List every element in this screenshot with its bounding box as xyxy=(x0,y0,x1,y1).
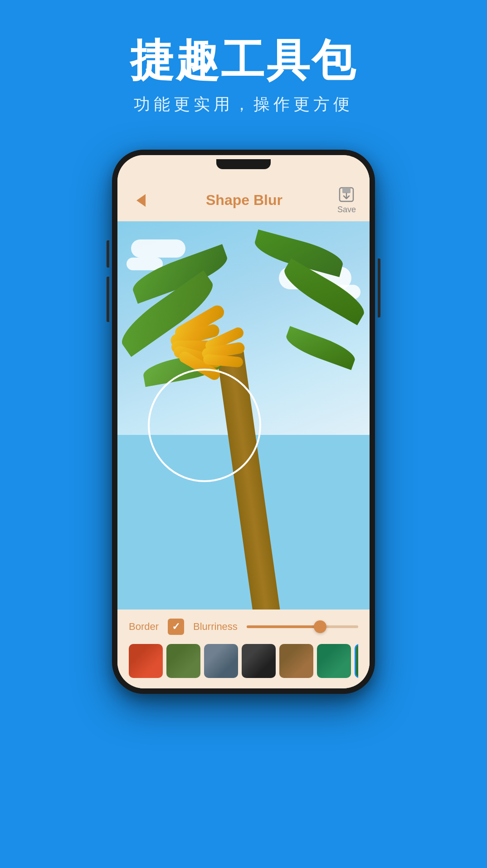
checkbox-check-icon: ✓ xyxy=(172,621,180,633)
phone-button-vol-up xyxy=(107,240,109,268)
back-button[interactable] xyxy=(131,190,151,210)
blurriness-label: Blurriness xyxy=(193,621,238,633)
app-background: 捷趣工具包 功能更实用，操作更方便 Shape Blur xyxy=(0,0,487,868)
settings-row: Border ✓ Blurriness xyxy=(129,619,358,635)
scene xyxy=(117,221,370,610)
banana-cluster xyxy=(168,307,258,388)
thumbnail-6[interactable] xyxy=(317,644,351,678)
thumbnail-swap-selected[interactable] xyxy=(355,644,358,678)
thumbnail-5[interactable] xyxy=(279,644,313,678)
thumbnail-4[interactable] xyxy=(242,644,276,678)
phone-mockup: Shape Blur Save xyxy=(112,150,375,694)
status-bar xyxy=(117,155,370,173)
controls-panel: Border ✓ Blurriness xyxy=(117,610,370,688)
navigation-bar: Shape Blur Save xyxy=(117,173,370,221)
svg-rect-1 xyxy=(342,188,351,193)
hero-section: 捷趣工具包 功能更实用，操作更方便 xyxy=(0,0,487,134)
screen-title: Shape Blur xyxy=(206,192,282,209)
notch xyxy=(216,159,271,169)
cloud-1 xyxy=(131,239,185,258)
slider-thumb[interactable] xyxy=(314,620,326,633)
slider-fill xyxy=(247,625,319,628)
phone-button-power xyxy=(378,258,380,317)
thumbnail-2[interactable] xyxy=(166,644,200,678)
blurriness-slider[interactable] xyxy=(247,625,358,628)
back-chevron-icon xyxy=(136,194,146,207)
phone-screen: Shape Blur Save xyxy=(117,155,370,688)
border-checkbox[interactable]: ✓ xyxy=(168,619,184,635)
save-button[interactable]: Save xyxy=(337,186,356,215)
save-icon xyxy=(338,186,355,203)
thumbnail-strip xyxy=(129,642,358,682)
app-subtitle: 功能更实用，操作更方便 xyxy=(0,93,487,116)
thumbnail-1[interactable] xyxy=(129,644,163,678)
phone-shell: Shape Blur Save xyxy=(112,150,375,694)
border-label: Border xyxy=(129,621,159,633)
phone-button-vol-down xyxy=(107,277,109,322)
thumbnail-3[interactable] xyxy=(204,644,238,678)
app-title: 捷趣工具包 xyxy=(0,36,487,84)
save-label: Save xyxy=(337,205,356,215)
image-canvas[interactable] xyxy=(117,221,370,610)
